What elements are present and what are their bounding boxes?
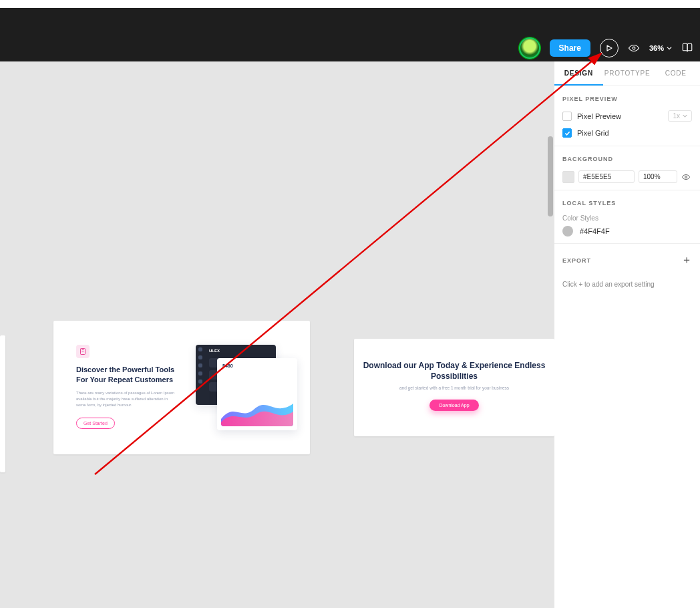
top-toolbar: Share 36% (0, 35, 700, 61)
background-visibility-toggle[interactable] (681, 172, 692, 182)
frame2-title: Download our App Today & Experience Endl… (359, 360, 549, 382)
present-button[interactable] (600, 39, 619, 57)
frame1-text-column: Discover the Powerful Tools For Your Rep… (76, 345, 176, 429)
frame-edge[interactable] (0, 335, 5, 472)
feature-icon (76, 345, 90, 358)
view-options-icon[interactable] (628, 42, 640, 54)
zoom-value: 36% (649, 44, 664, 52)
canvas[interactable]: Discover the Powerful Tools For Your Rep… (0, 61, 554, 608)
tab-design[interactable]: DESIGN (554, 61, 603, 86)
add-export-button[interactable]: ＋ (681, 253, 692, 267)
frame1-title: Discover the Powerful Tools For Your Rep… (76, 365, 176, 385)
pixel-grid-checkbox[interactable] (562, 128, 572, 138)
frame2-subtitle: and get started with a free 1 month tria… (354, 386, 554, 390)
frame1-paragraph: There are many variations of passages of… (76, 390, 176, 408)
background-hex-input[interactable]: #E5E5E5 (578, 170, 635, 183)
background-opacity-input[interactable]: 100% (639, 170, 677, 183)
zoom-control[interactable]: 36% (649, 44, 672, 52)
tab-prototype[interactable]: PROTOTYPE (603, 61, 652, 86)
design-frame-2[interactable]: Download our App Today & Experience Endl… (354, 339, 554, 436)
chevron-down-icon (683, 114, 687, 118)
mockup-chart-label: $480 (222, 363, 233, 368)
mockup-panel-front: $480 (217, 358, 297, 430)
color-style-swatch (562, 226, 573, 237)
design-frame-1[interactable]: Discover the Powerful Tools For Your Rep… (53, 321, 310, 454)
background-header: BACKGROUND (562, 156, 692, 162)
export-header: EXPORT (562, 257, 591, 264)
window-chrome-strip (0, 0, 700, 8)
section-export: EXPORT ＋ (554, 244, 700, 274)
frame1-dashboard-mockup: ULEX $480 (184, 341, 301, 441)
inspector-panel: DESIGN PROTOTYPE CODE PIXEL PREVIEW Pixe… (554, 61, 700, 608)
section-background: BACKGROUND #E5E5E5 100% (554, 146, 700, 190)
local-styles-header: LOCAL STYLES (562, 200, 692, 206)
section-local-styles: LOCAL STYLES Color Styles #4F4F4F (554, 190, 700, 244)
library-icon[interactable] (681, 42, 693, 54)
pixel-preview-label: Pixel Preview (577, 112, 621, 120)
chevron-down-icon (667, 45, 672, 51)
svg-point-0 (633, 47, 635, 49)
color-style-name: #4F4F4F (580, 227, 610, 235)
svg-point-2 (685, 176, 687, 178)
inspector-tabs: DESIGN PROTOTYPE CODE (554, 61, 700, 86)
frame1-cta-button: Get Started (76, 418, 115, 429)
frame2-cta-button: Download App (429, 400, 478, 411)
share-button[interactable]: Share (550, 39, 590, 57)
tab-code[interactable]: CODE (651, 61, 700, 86)
export-hint: Click + to add an export setting (554, 274, 700, 295)
local-styles-subheader: Color Styles (562, 214, 692, 222)
pixel-preview-header: PIXEL PREVIEW (562, 96, 692, 102)
pixel-preview-checkbox[interactable] (562, 112, 572, 121)
color-style-item[interactable]: #4F4F4F (562, 226, 692, 237)
background-color-swatch[interactable] (562, 171, 574, 183)
mockup-brand: ULEX (209, 349, 220, 353)
pixel-grid-label: Pixel Grid (577, 129, 609, 137)
section-pixel-preview: PIXEL PREVIEW Pixel Preview 1x Pixel Gri… (554, 86, 700, 146)
app-menu-bar (0, 8, 700, 35)
mockup-area-chart (221, 389, 293, 426)
canvas-scrollbar[interactable] (548, 136, 553, 216)
pixel-preview-scale-select[interactable]: 1x (668, 110, 692, 122)
user-avatar[interactable] (519, 37, 540, 59)
